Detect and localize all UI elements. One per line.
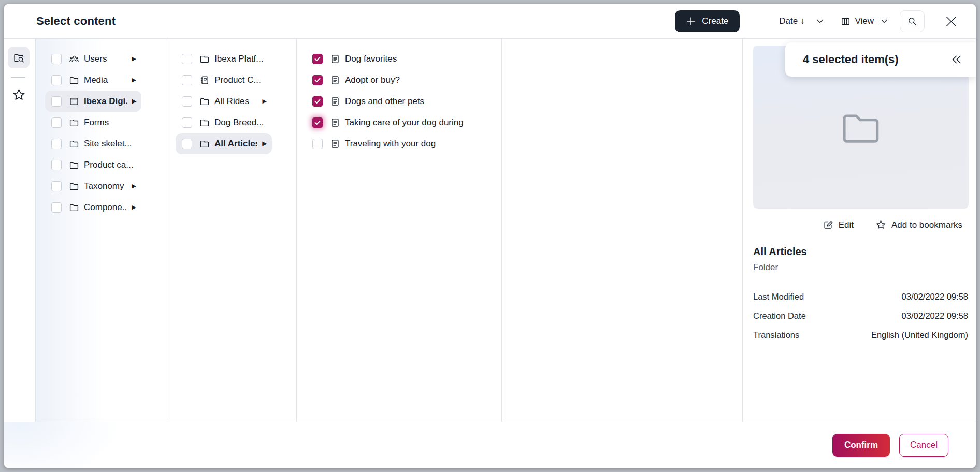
edit-button[interactable]: Edit <box>823 219 854 230</box>
metadata-value: 03/02/2022 09:58 <box>902 311 968 321</box>
cancel-button[interactable]: Cancel <box>899 434 948 457</box>
folder-icon <box>69 160 79 170</box>
tree-item[interactable]: Taxonomy▶ <box>45 175 141 197</box>
tree-item[interactable]: Traveling with your dog <box>306 133 470 154</box>
tree-item[interactable]: Media▶ <box>45 69 141 91</box>
item-checkbox[interactable] <box>51 96 62 107</box>
tree-item[interactable]: Forms <box>45 112 141 133</box>
sort-dropdown[interactable]: Date ↓ <box>779 16 824 26</box>
folder-icon <box>841 110 881 144</box>
item-checkbox[interactable] <box>182 139 192 149</box>
metadata-label: Creation Date <box>753 311 806 321</box>
tree-item-label: Ibexa Digi... <box>84 96 127 107</box>
browse-content-button[interactable] <box>8 47 30 68</box>
tree-item[interactable]: Ibexa Digi...▶ <box>45 91 141 112</box>
item-checkbox[interactable] <box>51 54 62 64</box>
edit-button-label: Edit <box>839 220 854 230</box>
tree-item[interactable]: Dog Breed... <box>176 112 272 133</box>
tree-item-label: Dogs and other pets <box>345 96 465 107</box>
close-button[interactable] <box>944 14 958 28</box>
rail-divider <box>11 77 25 78</box>
item-checkbox[interactable] <box>182 96 192 107</box>
tree-item[interactable]: Adopt or buy? <box>306 69 470 91</box>
expand-arrow-icon[interactable]: ▶ <box>132 55 136 62</box>
tree-item[interactable]: Dog favorites <box>306 48 470 69</box>
plus-icon <box>686 17 696 26</box>
content-tree-columns: Users▶Media▶Ibexa Digi...▶FormsSite skel… <box>36 39 743 422</box>
bookmarks-button[interactable] <box>12 88 26 102</box>
site-icon <box>69 96 79 107</box>
expand-arrow-icon[interactable]: ▶ <box>263 140 267 147</box>
expand-arrow-icon[interactable]: ▶ <box>132 204 136 211</box>
tree-item[interactable]: Site skelet... <box>45 133 141 154</box>
article-icon <box>330 117 340 128</box>
item-checkbox[interactable] <box>51 117 62 128</box>
tree-item[interactable]: Product C... <box>176 69 272 91</box>
tree-item[interactable]: All Rides▶ <box>176 91 272 112</box>
tree-item-label: All Articles <box>214 139 257 149</box>
tree-item-label: Traveling with your dog <box>345 139 465 149</box>
item-checkbox[interactable] <box>312 117 323 128</box>
tree-item[interactable]: Ibexa Platf... <box>176 48 272 69</box>
tree-item[interactable]: All Articles▶ <box>176 133 272 154</box>
item-checkbox[interactable] <box>51 181 62 191</box>
expand-arrow-icon[interactable]: ▶ <box>132 183 136 189</box>
tree-item[interactable]: Product ca... <box>45 154 141 175</box>
item-title: All Articles <box>753 246 807 258</box>
expand-arrow-icon[interactable]: ▶ <box>132 77 136 83</box>
folder-icon <box>69 202 79 213</box>
item-checkbox[interactable] <box>312 96 323 107</box>
item-checkbox[interactable] <box>182 54 192 64</box>
expand-arrow-icon[interactable]: ▶ <box>263 98 267 105</box>
item-checkbox[interactable] <box>182 117 192 128</box>
item-checkbox[interactable] <box>51 139 62 149</box>
tree-item-label: Taxonomy <box>84 181 127 191</box>
item-checkbox[interactable] <box>51 75 62 85</box>
tree-item-label: Site skelet... <box>84 139 136 149</box>
item-checkbox[interactable] <box>312 54 323 64</box>
metadata-label: Last Modified <box>753 292 804 302</box>
search-icon <box>907 16 917 26</box>
item-checkbox[interactable] <box>182 75 192 85</box>
folder-icon <box>199 117 210 128</box>
tree-item-label: Taking care of your dog during ... <box>345 117 465 128</box>
create-button[interactable]: Create <box>675 10 740 32</box>
bookmarks-star-icon <box>12 88 26 102</box>
tree-item-label: Dog Breed... <box>214 117 267 128</box>
tree-item-label: Product ca... <box>84 160 136 170</box>
item-checkbox[interactable] <box>51 160 62 170</box>
confirm-button[interactable]: Confirm <box>832 434 890 457</box>
selected-count-label: 4 selected item(s) <box>803 53 899 66</box>
tree-column: Users▶Media▶Ibexa Digi...▶FormsSite skel… <box>36 39 166 422</box>
folder-icon <box>69 139 79 149</box>
tree-item-label: Dog favorites <box>345 54 465 64</box>
tree-item[interactable]: Users▶ <box>45 48 141 69</box>
search-button[interactable] <box>900 10 925 32</box>
article-icon <box>330 96 340 107</box>
tree-item[interactable]: Dogs and other pets <box>306 91 470 112</box>
collapse-panel-button[interactable] <box>949 53 962 66</box>
expand-arrow-icon[interactable]: ▶ <box>132 98 136 105</box>
item-metadata: Last Modified03/02/2022 09:58Creation Da… <box>753 287 968 345</box>
add-to-bookmarks-button[interactable]: Add to bookmarks <box>875 219 962 230</box>
modal-footer: Confirm Cancel <box>4 422 976 468</box>
metadata-value: English (United Kingdom) <box>871 330 968 340</box>
chevron-down-icon <box>880 17 888 25</box>
item-checkbox[interactable] <box>312 75 323 85</box>
modal-header: Select content Create Date ↓ View <box>4 4 976 39</box>
item-checkbox[interactable] <box>51 202 62 213</box>
metadata-row: Creation Date03/02/2022 09:58 <box>753 306 968 326</box>
item-checkbox[interactable] <box>312 139 323 149</box>
folder-icon <box>199 139 210 149</box>
tree-column: Ibexa Platf...Product C...All Rides▶Dog … <box>166 39 297 422</box>
chevron-down-icon <box>816 17 824 25</box>
content-browse-icon <box>13 52 25 64</box>
metadata-row: TranslationsEnglish (United Kingdom) <box>753 326 968 345</box>
view-dropdown[interactable]: View <box>841 16 888 26</box>
sort-dropdown-label: Date ↓ <box>779 16 804 26</box>
folder-icon <box>69 75 79 85</box>
left-icon-rail <box>4 39 36 422</box>
tree-item[interactable]: Taking care of your dog during ... <box>306 112 470 133</box>
tree-item[interactable]: Compone...▶ <box>45 197 141 218</box>
create-button-label: Create <box>702 16 728 26</box>
